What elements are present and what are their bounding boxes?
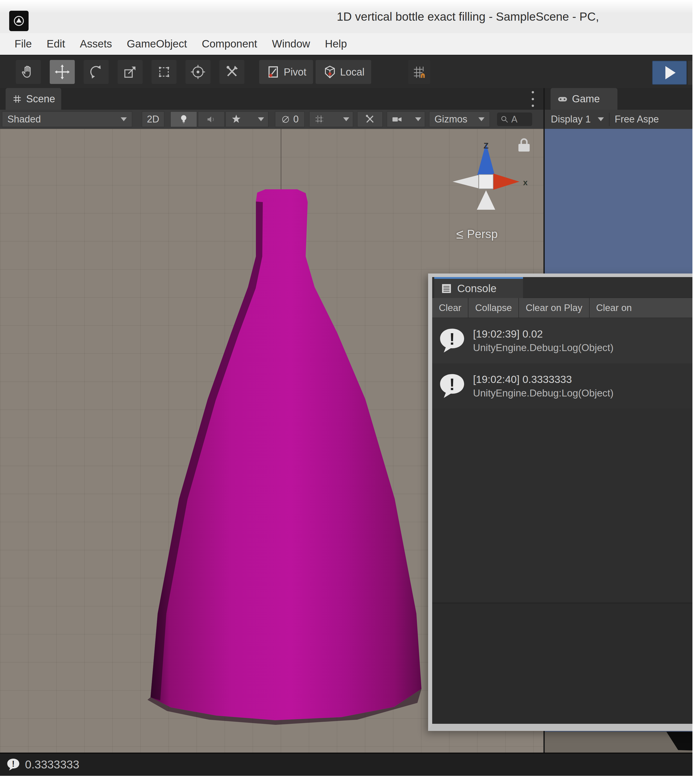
status-bar[interactable]: ! 0.3333333 <box>0 753 696 776</box>
capture-edge <box>0 776 696 784</box>
log-entry[interactable]: ! [19:02:40] 0.3333333 UnityEngine.Debug… <box>432 363 696 409</box>
scene-search-input[interactable]: A <box>497 112 532 126</box>
scene-grid-dropdown[interactable] <box>309 112 353 127</box>
scene-search-value: A <box>511 114 517 125</box>
light-bulb-icon <box>177 113 190 126</box>
perspective-toggle[interactable]: ≤ Persp <box>456 226 498 242</box>
panel-tab-row: Scene Game <box>0 88 696 110</box>
chevron-down-icon <box>121 117 127 121</box>
pivot-icon <box>266 64 281 80</box>
game-view-object <box>545 732 696 753</box>
gizmos-dropdown[interactable]: Gizmos <box>429 112 490 127</box>
search-icon <box>500 114 510 125</box>
hand-tool-button[interactable] <box>16 60 41 84</box>
local-label: Local <box>340 66 365 78</box>
scene-view-toolbar: Shaded 2D 0 Giz <box>0 110 543 129</box>
console-tab-label: Console <box>457 282 497 295</box>
custom-tool-button[interactable] <box>219 60 244 84</box>
title-bar: 1D vertical bottle exact filling - Sampl… <box>0 0 696 33</box>
menu-assets[interactable]: Assets <box>80 38 112 50</box>
tab-scene[interactable]: Scene <box>6 88 61 110</box>
status-message-icon: ! <box>6 758 20 772</box>
2d-toggle-button[interactable]: 2D <box>142 112 164 127</box>
console-detail-pane <box>432 603 696 723</box>
svg-text:!: ! <box>12 759 15 768</box>
scene-orientation-gizmo[interactable]: Z x <box>444 135 528 212</box>
hidden-objects-count: 0 <box>293 114 298 125</box>
lock-icon[interactable] <box>518 138 530 152</box>
game-view-ground <box>545 732 696 753</box>
scene-audio-button[interactable] <box>198 112 224 127</box>
log-message-icon: ! <box>438 326 466 355</box>
rect-tool-button[interactable] <box>151 60 176 84</box>
hidden-objects-button[interactable]: 0 <box>275 112 304 127</box>
local-cube-icon <box>322 64 337 80</box>
menu-bar: File Edit Assets GameObject Component Wi… <box>0 33 696 55</box>
clear-on-build-button[interactable]: Clear on <box>590 298 696 318</box>
gizmo-z-label: Z <box>484 141 489 150</box>
divider <box>609 113 609 126</box>
grid-snap-button[interactable] <box>408 60 430 84</box>
svg-text:!: ! <box>449 375 455 394</box>
log-entry[interactable]: ! [19:02:39] 0.02 UnityEngine.Debug:Log(… <box>432 318 696 363</box>
aspect-dropdown[interactable]: Free Aspe <box>615 114 659 125</box>
console-window: Console Clear Collapse Clear on Play Cle… <box>428 273 696 731</box>
scale-tool-button[interactable] <box>118 60 143 84</box>
clear-on-play-button[interactable]: Clear on Play <box>519 298 589 318</box>
wrench-hammer-icon <box>224 64 240 81</box>
clear-button[interactable]: Clear <box>432 298 469 318</box>
chevron-down-icon <box>415 117 421 121</box>
scene-effects-dropdown[interactable] <box>225 112 268 127</box>
log-entry-stacktrace: UnityEngine.Debug:Log(Object) <box>473 387 614 400</box>
gamepad-icon <box>557 93 568 105</box>
status-message: 0.3333333 <box>25 758 79 771</box>
display-dropdown[interactable]: Display 1 <box>551 114 591 125</box>
2d-label: 2D <box>147 114 160 125</box>
move-icon <box>54 64 71 81</box>
rotate-tool-button[interactable] <box>84 60 109 84</box>
capture-edge <box>693 0 696 784</box>
scene-lighting-button[interactable] <box>170 112 197 127</box>
unity-logo-icon <box>9 11 29 31</box>
pause-button[interactable] <box>688 61 693 85</box>
log-entry-stacktrace: UnityEngine.Debug:Log(Object) <box>473 341 614 354</box>
menu-edit[interactable]: Edit <box>47 38 65 50</box>
scene-camera-dropdown[interactable] <box>387 112 425 127</box>
menu-gameobject[interactable]: GameObject <box>127 38 187 50</box>
persp-label: Persp <box>467 227 498 241</box>
chevron-down-icon <box>343 117 349 121</box>
draw-mode-dropdown[interactable]: Shaded <box>2 112 132 127</box>
draw-mode-value: Shaded <box>7 114 41 125</box>
tab-console[interactable]: Console <box>434 277 523 298</box>
chevron-down-icon <box>258 117 264 121</box>
tab-game[interactable]: Game <box>551 88 617 110</box>
log-entry-message: [19:02:39] 0.02 <box>473 327 614 341</box>
scene-grid-icon <box>12 93 23 105</box>
transform-tool-button[interactable] <box>186 60 211 84</box>
menu-window[interactable]: Window <box>272 38 310 50</box>
local-toggle-button[interactable]: Local <box>316 60 371 84</box>
play-button[interactable] <box>652 61 687 85</box>
menu-help[interactable]: Help <box>325 38 347 50</box>
pivot-toggle-button[interactable]: Pivot <box>259 60 313 84</box>
menu-file[interactable]: File <box>15 38 32 50</box>
grid-visibility-icon <box>313 113 326 126</box>
unity-editor-window: 1D vertical bottle exact filling - Sampl… <box>0 0 696 784</box>
pivot-local-group: Pivot Local <box>259 60 371 84</box>
transform-tools-group <box>16 60 244 84</box>
scene-tools-button[interactable] <box>357 112 383 127</box>
menu-component[interactable]: Component <box>202 38 257 50</box>
gizmo-x-axis-cone <box>493 173 520 190</box>
effects-star-icon <box>230 113 243 126</box>
move-tool-button[interactable] <box>50 60 75 84</box>
chevron-down-icon <box>598 117 604 121</box>
scene-panel-menu-button[interactable] <box>530 91 535 107</box>
collapse-button[interactable]: Collapse <box>469 298 519 318</box>
gizmo-left-cone <box>452 175 478 188</box>
game-view-toolbar: Display 1 Free Aspe <box>545 110 696 129</box>
pivot-label: Pivot <box>284 66 306 78</box>
rect-icon <box>156 64 173 81</box>
wrench-icon <box>364 113 376 126</box>
game-tab-label: Game <box>572 93 600 105</box>
persp-arrow-icon: ≤ <box>456 226 464 242</box>
